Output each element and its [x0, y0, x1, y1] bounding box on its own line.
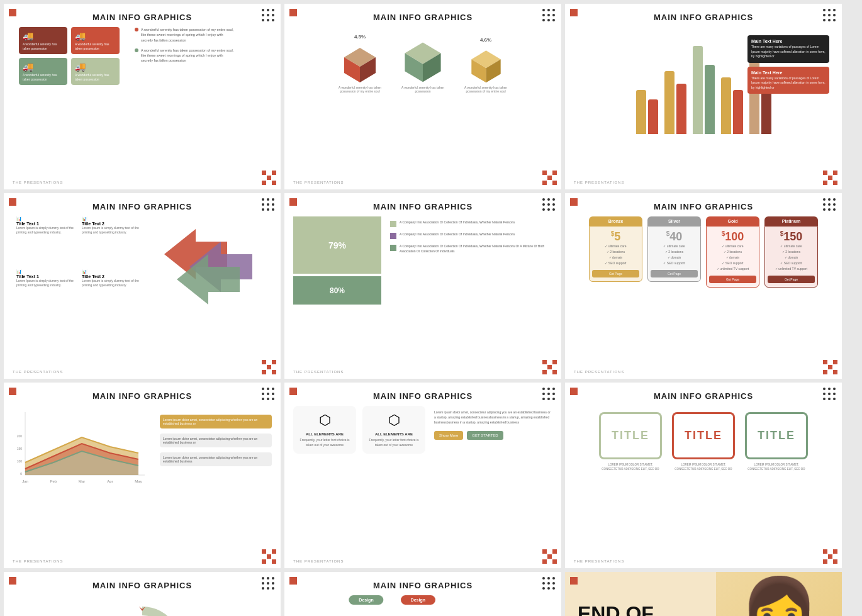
title-card-2-col: TITLE LOREM IPSUM DOLOR SIT AMET, CONSEC…: [672, 412, 735, 472]
text-item-1-title: Title Text 1: [16, 221, 77, 226]
slide-5-footer: THE PRESENTATIONS: [293, 370, 344, 374]
bar-4a: [721, 77, 731, 134]
text-item-1: 📊 Title Text 1 Lorem Ipsum is simply dum…: [16, 216, 77, 264]
text-item-4: 📊 Title Text 2 Lorem Ipsum is simply dum…: [82, 269, 142, 317]
slide-1-footer: THE PRESENTATIONS: [13, 181, 63, 184]
slide-10-content: Lorem ipsum dolor sit amet, cusce ctetur…: [4, 595, 281, 616]
show-more-button[interactable]: Show More: [434, 431, 463, 440]
end-title: END OFSLIDES: [578, 603, 703, 616]
bar-4b: [733, 90, 743, 134]
svg-point-23: [108, 611, 177, 616]
bullet-1: A wonderful serenity has taken possessio…: [135, 27, 235, 43]
legend-color-3: [390, 245, 396, 251]
plan-gold-btn[interactable]: Get Page: [709, 276, 756, 283]
plan-gold-header: Gold: [706, 216, 759, 226]
title-card-3-col: TITLE LOREM IPSUM DOLOR SIT AMET, CONSEC…: [745, 412, 808, 472]
corner-square-tl: [289, 9, 297, 16]
brain-diagram: Design Design Design 🧠 Design Design: [297, 595, 435, 616]
title-card-1-col: TITLE LOREM IPSUM DOLOR SIT AMET, CONSEC…: [599, 412, 662, 472]
plan-bronze-btn[interactable]: Get Page: [592, 270, 639, 277]
text-item-3-icon: 📊: [16, 269, 77, 274]
title-card-1-desc: LOREM IPSUM DOLOR SIT AMET, CONSECTETUR …: [599, 463, 662, 472]
icon-box-2: 🚚 A wonderful serenity has taken possess…: [71, 27, 120, 54]
slide-2: MAIN INFO GRAPHICS 4.5% A wonderful sere…: [284, 4, 561, 189]
legend-text-1: A Company Into Association Or Collection…: [400, 220, 515, 225]
treemap-pct-1: 79%: [328, 240, 346, 250]
slide-8-title: MAIN INFO GRAPHICS: [284, 391, 561, 401]
plan-gold-price: $100: [709, 230, 756, 244]
slide-10: MAIN INFO GRAPHICS Lorem ipsum dolor sit…: [4, 572, 281, 616]
plan-silver-btn[interactable]: Get Page: [651, 270, 698, 277]
bar-pair-1: [636, 90, 658, 134]
corner-check-br: [823, 360, 838, 375]
slide-9: MAIN INFO GRAPHICS TITLE LOREM IPSUM DOL…: [565, 383, 842, 568]
corner-check-br: [542, 171, 557, 186]
title-cards-row: TITLE LOREM IPSUM DOLOR SIT AMET, CONSEC…: [565, 406, 842, 478]
plan-bronze-features: ✓ ultimate care✓ 2 locations✓ domain✓ SE…: [592, 244, 639, 266]
text-box-title: Main Text Here: [751, 39, 826, 43]
legend-2: A Company Into Association Or Collection…: [390, 232, 552, 239]
legend-1: A Company Into Association Or Collection…: [390, 220, 552, 227]
get-started-button[interactable]: GET STARTED: [467, 431, 503, 440]
text-box-body: There are many variations of passages of…: [751, 45, 826, 59]
plan-gold-body: $100 ✓ ultimate care✓ 2 locations✓ domai…: [706, 226, 759, 288]
slide-1: MAIN INFO GRAPHICS 🚚 A wonderful serenit…: [4, 4, 281, 189]
arrows-graphic: [148, 216, 268, 317]
slide-6-title: MAIN INFO GRAPHICS: [565, 202, 842, 211]
area-chart-container: Jan Feb Mar Apr May 200 150 100 0: [13, 406, 151, 490]
design-pill-top-right: Design: [401, 595, 435, 605]
feature-card-2: ⬡ ALL ELEMENTS ARE Frequently, your lett…: [362, 406, 425, 454]
legend-item-3: Lorem ipsum dolor amet, consectetur adip…: [160, 452, 272, 466]
corner-square-tl: [9, 198, 16, 206]
svg-text:May: May: [135, 479, 142, 483]
legend-item-gold: Lorem ipsum dolor amet, consectetur adip…: [160, 415, 272, 428]
slide-8-buttons: Show More GET STARTED: [434, 431, 552, 440]
box-label-3: 4.6%: [480, 37, 491, 43]
bar-3a: [693, 46, 703, 134]
end-left: END OFSLIDES A wonderful serenity has ta…: [565, 572, 716, 616]
legend-3: A Company Into Association Or Collection…: [390, 244, 552, 254]
bullet-dot-1: [135, 28, 138, 31]
svg-text:0: 0: [20, 472, 22, 476]
slide-3-title: MAIN INFO GRAPHICS: [565, 13, 842, 22]
slide-6: MAIN INFO GRAPHICS Bronze $5 ✓ ultimate …: [565, 193, 842, 379]
corner-check-br: [262, 360, 277, 375]
arrows-svg: [152, 216, 265, 317]
svg-text:200: 200: [17, 434, 23, 438]
corner-dots-tr: [262, 198, 276, 212]
svg-text:Feb: Feb: [50, 479, 57, 483]
text-item-2-icon: 📊: [82, 216, 142, 221]
plan-silver-header: Silver: [647, 216, 701, 226]
corner-check-br: [262, 549, 277, 564]
corner-square-tl: [570, 388, 578, 395]
person-image: 👩: [740, 578, 819, 616]
slide-3-footer: THE PRESENTATIONS: [574, 181, 624, 184]
slide-6-footer: THE PRESENTATIONS: [574, 370, 624, 374]
plan-platinum-header: Platinum: [764, 216, 818, 226]
icon-box-4: 🚚 A wonderful serenity has taken possess…: [71, 58, 120, 85]
box-desc-3: A wonderful serenity has taken possessio…: [461, 86, 511, 93]
end-right: 👩 TEMPLATE PRESENTATION DESIGN: [716, 572, 842, 616]
plan-bronze-body: $5 ✓ ultimate care✓ 2 locations✓ domain✓…: [589, 226, 642, 282]
text-box-body-2: There are many variations of passages of…: [751, 76, 826, 91]
plan-platinum-btn[interactable]: Get Page: [768, 276, 815, 283]
text-item-4-title: Title Text 2: [82, 274, 142, 279]
bar-1b: [648, 99, 658, 134]
end-layout: END OFSLIDES A wonderful serenity has ta…: [565, 572, 842, 616]
slide-8-footer: THE PRESENTATIONS: [293, 559, 344, 563]
boxes-container: 4.5% A wonderful serenity has taken poss…: [284, 27, 561, 93]
corner-dots-tr: [542, 198, 556, 212]
bar-group-1: [636, 90, 658, 134]
corner-dots-tr: [542, 577, 556, 591]
feature-title-1: ALL ELEMENTS ARE: [298, 432, 351, 436]
bar-pair-3: [693, 46, 715, 134]
treemap-top: 79%: [293, 216, 381, 274]
slide-1-content: 🚚 A wonderful serenity has taken possess…: [4, 27, 281, 85]
bar-pair-4: [721, 77, 743, 134]
svg-text:Jan: Jan: [22, 479, 28, 483]
treemap-bottom: 80%: [293, 276, 381, 305]
box-group-2: A wonderful serenity has taken possessio…: [398, 33, 448, 93]
treemap-legend: A Company Into Association Or Collection…: [390, 216, 552, 305]
text-item-1-icon: 📊: [16, 216, 77, 221]
truck-icon-2: 🚚: [75, 31, 86, 41]
